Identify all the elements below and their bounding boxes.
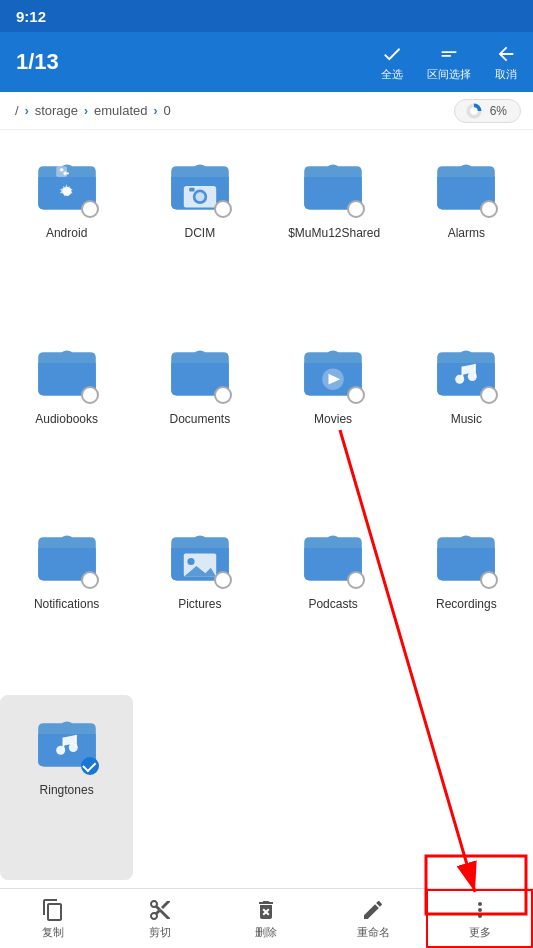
movies-select[interactable] [347, 386, 365, 404]
status-time: 9:12 [16, 8, 46, 25]
breadcrumb-storage[interactable]: storage [35, 103, 78, 118]
folder-podcasts[interactable]: Podcasts [267, 509, 400, 695]
folder-dcim[interactable]: DCIM [133, 138, 266, 324]
svg-rect-13 [474, 363, 476, 376]
status-bar: 9:12 [0, 0, 533, 32]
folder-audiobooks[interactable]: Audiobooks [0, 324, 133, 510]
svg-rect-12 [462, 366, 464, 379]
cancel-button[interactable]: 取消 [495, 43, 517, 82]
toolbar-actions: 全选 区间选择 取消 [381, 43, 517, 82]
svg-rect-20 [75, 734, 77, 747]
svg-rect-7 [189, 188, 194, 192]
folder-music-label: Music [451, 412, 482, 428]
folder-android[interactable]: Android [0, 138, 133, 324]
breadcrumb: / › storage › emulated › 0 6% [0, 92, 533, 130]
folder-dcim-label: DCIM [185, 226, 216, 242]
documents-select[interactable] [214, 386, 232, 404]
folder-movies[interactable]: Movies [267, 324, 400, 510]
more-button[interactable]: 更多 [426, 889, 533, 948]
folder-mumu-label: $MuMu12Shared [288, 226, 378, 242]
breadcrumb-arrow3: › [153, 104, 157, 118]
copy-label: 复制 [42, 925, 64, 940]
breadcrumb-emulated[interactable]: emulated [94, 103, 147, 118]
folder-alarms[interactable]: Alarms [400, 138, 533, 324]
more-label: 更多 [469, 925, 491, 940]
breadcrumb-root[interactable]: / [15, 103, 19, 118]
delete-label: 删除 [255, 925, 277, 940]
pictures-select[interactable] [214, 571, 232, 589]
folder-documents[interactable]: Documents [133, 324, 266, 510]
storage-badge: 6% [454, 99, 521, 123]
toolbar: 1/13 全选 区间选择 取消 [0, 32, 533, 92]
folder-movies-label: Movies [314, 412, 352, 428]
copy-button[interactable]: 复制 [0, 889, 107, 948]
file-grid: Android DCIM [0, 130, 533, 888]
storage-percent: 6% [490, 104, 507, 118]
folder-notifications-label: Notifications [34, 597, 99, 613]
audiobooks-select[interactable] [81, 386, 99, 404]
folder-pictures[interactable]: Pictures [133, 509, 266, 695]
folder-notifications[interactable]: Notifications [0, 509, 133, 695]
folder-recordings[interactable]: Recordings [400, 509, 533, 695]
folder-ringtones-label: Ringtones [40, 783, 94, 799]
android-select[interactable] [81, 200, 99, 218]
folder-android-label: Android [46, 226, 87, 242]
folder-podcasts-label: Podcasts [308, 597, 357, 613]
podcasts-select[interactable] [347, 571, 365, 589]
breadcrumb-arrow1: › [25, 104, 29, 118]
ringtones-select[interactable] [81, 757, 99, 775]
folder-pictures-label: Pictures [178, 597, 221, 613]
mumu-select[interactable] [347, 200, 365, 218]
folder-recordings-label: Recordings [436, 597, 497, 613]
folder-music[interactable]: Music [400, 324, 533, 510]
notifications-select[interactable] [81, 571, 99, 589]
breadcrumb-arrow2: › [84, 104, 88, 118]
dcim-select[interactable] [214, 200, 232, 218]
selection-count: 1/13 [16, 49, 381, 75]
folder-documents-label: Documents [170, 412, 231, 428]
rename-button[interactable]: 重命名 [320, 889, 427, 948]
folder-alarms-label: Alarms [448, 226, 485, 242]
rename-label: 重命名 [357, 925, 390, 940]
svg-point-6 [195, 192, 204, 201]
folder-ringtones[interactable]: Ringtones [0, 695, 133, 881]
select-all-button[interactable]: 全选 [381, 43, 403, 82]
cut-label: 剪切 [149, 925, 171, 940]
cut-button[interactable]: 剪切 [107, 889, 214, 948]
delete-button[interactable]: 删除 [213, 889, 320, 948]
svg-point-15 [187, 558, 194, 565]
range-select-button[interactable]: 区间选择 [427, 43, 471, 82]
folder-audiobooks-label: Audiobooks [35, 412, 98, 428]
music-select[interactable] [480, 386, 498, 404]
svg-point-1 [470, 107, 478, 115]
folder-mumu[interactable]: $MuMu12Shared [267, 138, 400, 324]
breadcrumb-0[interactable]: 0 [163, 103, 170, 118]
svg-rect-19 [62, 737, 64, 750]
bottom-bar: 复制 剪切 删除 重命名 更多 [0, 888, 533, 948]
